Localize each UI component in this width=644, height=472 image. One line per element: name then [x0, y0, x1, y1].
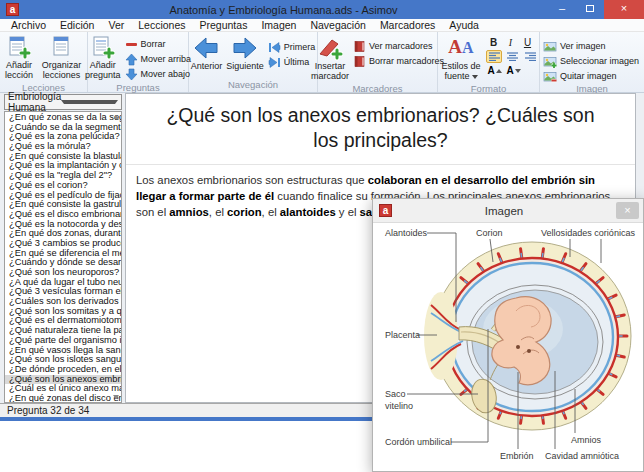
label-corion: Corion [476, 228, 503, 238]
question-list-item[interactable]: ¿Cuándo y dónde se desarrol... [5, 258, 121, 268]
menu-item[interactable]: Preguntas [193, 19, 255, 32]
delete-markers-button[interactable]: Borrar marcadores [351, 54, 446, 68]
question-list-item[interactable]: ¿Qué es la implantación y cu... [5, 161, 121, 171]
question-list-item[interactable]: ¿Qué parte del organismo in... [5, 336, 121, 346]
label-amnios: Amnios [571, 435, 602, 445]
question-list-item[interactable]: ¿Qué son los neuroporos? [5, 268, 121, 278]
move-down-button[interactable]: Mover abajo [123, 67, 194, 81]
view-image-button[interactable]: Ver imagen [541, 39, 641, 53]
question-list-item[interactable]: ¿Qué es la "regla del 2"? [5, 171, 121, 181]
question-list-item[interactable]: ¿Qué son los somitas y a qu... [5, 307, 121, 317]
question-list-item[interactable]: ¿En qué dos zonas, durante l... [5, 229, 121, 239]
window-controls: – × [548, 0, 644, 19]
question-list-item[interactable]: ¿Qué es el disco embrionario? [5, 210, 121, 220]
previous-icon [192, 35, 220, 61]
question-list-item[interactable]: ¿De dónde proceden, en el c... [5, 365, 121, 375]
question-list-item[interactable]: ¿En qué zonas del disco emb... [5, 394, 121, 403]
button-label: Siguiente [226, 62, 264, 72]
delete-markers-icon [353, 55, 366, 68]
menu-item[interactable]: Marcadores [373, 19, 442, 32]
menu-item[interactable]: Edición [53, 19, 101, 32]
question-list-item[interactable]: ¿Qué es el dermatomiotomo... [5, 316, 121, 326]
question-list-item[interactable]: ¿Qué naturaleza tiene la part... [5, 326, 121, 336]
scroll-down-icon[interactable] [113, 395, 119, 399]
question-list-item[interactable]: ¿Qué son los islotes sanguín... [5, 355, 121, 365]
image-window-titlebar[interactable]: a Imagen × [373, 199, 643, 223]
view-markers-icon [353, 40, 366, 53]
label-saco-line2: vitelino [385, 401, 413, 411]
align-right-button[interactable] [522, 50, 538, 63]
question-list-item[interactable]: ¿Qué es la notocorda y desd... [5, 220, 121, 230]
last-icon [268, 56, 281, 69]
minimize-button[interactable]: – [548, 0, 576, 19]
organize-lessons-button[interactable]: Organizar lecciones [37, 34, 86, 82]
menu-item[interactable]: Ver [101, 19, 131, 32]
question-list-item[interactable]: ¿Qué 3 cambios se producen... [5, 239, 121, 249]
select-image-button[interactable]: Seleccionar imagen [541, 54, 641, 68]
maximize-icon [586, 5, 594, 12]
insert-marker-button[interactable]: Insertar marcador [309, 34, 351, 83]
remove-image-button[interactable]: Quitar imagen [541, 69, 641, 83]
underline-button[interactable]: U [520, 36, 535, 49]
align-center-button[interactable] [504, 50, 520, 63]
bold-button[interactable]: B [486, 36, 501, 49]
answer-segment: alantoides [280, 206, 336, 218]
menu-item[interactable]: Archivo [4, 19, 53, 32]
insert-marker-icon [317, 35, 343, 61]
button-label: Añadir lección [3, 61, 35, 81]
menu-item[interactable]: Imagen [254, 19, 303, 32]
align-left-button[interactable] [486, 50, 502, 63]
question-list-item[interactable]: ¿En qué consiste la gastrulac... [5, 200, 121, 210]
next-icon [231, 35, 259, 61]
organize-lessons-icon [49, 35, 74, 60]
question-title: ¿Qué son los anexos embrionarios? ¿Cuále… [126, 94, 635, 165]
answer-segment: amnios [169, 206, 209, 218]
question-list-item[interactable]: ¿Cuándo se da la segmentac... [5, 123, 121, 133]
question-list-item[interactable]: ¿En qué vasos llega la sangre... [5, 346, 121, 356]
ribbon: Añadir lección Organizar lecciones Lecci… [0, 32, 644, 93]
lesson-selector[interactable]: Embriología Humana [4, 94, 122, 110]
font-styles-button[interactable]: AA Estilos de fuente [439, 34, 483, 83]
question-list-item[interactable]: ¿Cuál es el único anexo mate... [5, 384, 121, 394]
view-markers-button[interactable]: Ver marcadores [351, 39, 446, 53]
answer-segment: Los anexos embrionarios son estructuras … [136, 174, 368, 186]
question-list-item[interactable]: ¿En qué consiste la blastulaci... [5, 152, 121, 162]
increase-icon [496, 69, 502, 73]
maximize-button[interactable] [576, 0, 604, 19]
question-list-item[interactable]: ¿En qué se diferencia el mes... [5, 249, 121, 259]
question-list-item[interactable]: ¿Qué es el corion? [5, 181, 121, 191]
question-list-item[interactable]: ¿Qué 3 vesículas forman el S... [5, 287, 121, 297]
question-list-item[interactable]: ¿Qué es la zona pelúcida? [5, 132, 121, 142]
question-list-item[interactable]: ¿A qué da lugar el tubo neur... [5, 278, 121, 288]
question-list-item[interactable]: ¿Qué son los anexos embrio... [5, 375, 121, 385]
add-question-button[interactable]: Añadir pregunta [83, 34, 123, 82]
move-up-button[interactable]: Mover arriba [123, 52, 194, 66]
chevron-down-icon [61, 100, 118, 104]
font-increase-button[interactable]: A [486, 64, 503, 77]
close-button[interactable]: × [604, 0, 644, 19]
button-label: Borrar [141, 39, 166, 49]
button-label: Organizar lecciones [39, 61, 84, 81]
button-label: Última [284, 57, 310, 67]
add-lesson-button[interactable]: Añadir lección [1, 34, 37, 82]
scroll-up-icon[interactable] [113, 115, 119, 119]
label-embrion: Embrión [500, 451, 534, 461]
question-list-item[interactable]: ¿Qué es la mórula? [5, 142, 121, 152]
menu-item[interactable]: Navegación [303, 19, 372, 32]
menu-item[interactable]: Ayuda [442, 19, 486, 32]
image-window-close-button[interactable]: × [616, 202, 639, 219]
previous-button[interactable]: Anterior [189, 34, 225, 73]
align-right-icon [525, 52, 536, 61]
delete-question-button[interactable]: Borrar [123, 37, 194, 51]
italic-button[interactable]: I [503, 36, 518, 49]
next-button[interactable]: Siguiente [224, 34, 266, 73]
question-list-item[interactable]: ¿En qué zonas se da la segm... [5, 113, 121, 123]
menu-item[interactable]: Lecciones [131, 19, 192, 32]
question-list-item[interactable]: ¿Qué es el pedículo de fijaci... [5, 191, 121, 201]
dropdown-arrow-icon [472, 75, 478, 79]
move-up-icon [125, 53, 138, 66]
group-label: Navegación [190, 79, 316, 92]
question-list-item[interactable]: ¿Cuáles son los derivados de... [5, 297, 121, 307]
button-label: Insertar marcador [311, 62, 349, 82]
font-decrease-button[interactable]: A [505, 64, 522, 77]
